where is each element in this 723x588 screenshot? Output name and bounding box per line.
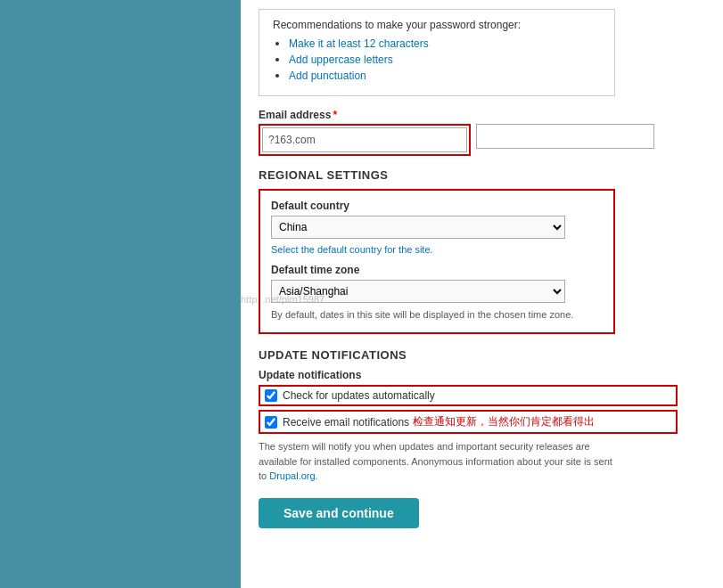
extra-text: 检查通知更新，当然你们肯定都看得出 — [413, 414, 595, 429]
email-label: Email address* — [259, 109, 705, 121]
check-auto-label: Check for updates automatically — [283, 389, 435, 402]
timezone-help: By default, dates in this site will be d… — [271, 308, 603, 322]
save-button[interactable]: Save and continue — [259, 498, 419, 528]
notification-desc: The system will notify you when updates … — [259, 439, 615, 484]
email-input[interactable] — [262, 127, 467, 152]
receive-email-row: Receive email notifications 检查通知更新，当然你们肯… — [259, 410, 678, 434]
regional-box: Default country China Select the default… — [259, 189, 615, 334]
email-row — [259, 124, 705, 156]
check-auto-checkbox[interactable] — [265, 389, 277, 402]
country-label: Default country — [271, 200, 603, 212]
regional-section-title: REGIONAL SETTINGS — [259, 168, 705, 182]
rec-link-1[interactable]: Make it at least 12 characters — [289, 37, 429, 50]
content-area: Recommendations to make your password st… — [241, 0, 723, 588]
timezone-select[interactable]: Asia/Shanghai — [271, 280, 565, 303]
recommendations-list: Make it at least 12 characters Add upper… — [273, 37, 601, 82]
email-input-wrapper — [259, 124, 471, 156]
country-select[interactable]: China — [271, 216, 565, 239]
rec-item-1: Make it at least 12 characters — [289, 37, 601, 50]
receive-email-label: Receive email notifications — [283, 416, 409, 429]
drupal-link[interactable]: Drupal.org — [269, 470, 315, 481]
sidebar — [0, 0, 241, 588]
recommendations-box: Recommendations to make your password st… — [259, 9, 615, 96]
rec-item-2: Add uppercase letters — [289, 53, 601, 66]
email-confirm-input[interactable] — [476, 124, 654, 149]
country-help: Select the default country for the site. — [271, 244, 603, 255]
update-box: Update notifications Check for updates a… — [259, 369, 705, 484]
check-auto-row: Check for updates automatically — [259, 385, 678, 406]
timezone-label: Default time zone — [271, 264, 603, 276]
rec-link-2[interactable]: Add uppercase letters — [289, 53, 393, 66]
update-section-title: UPDATE NOTIFICATIONS — [259, 348, 705, 362]
update-group-label: Update notifications — [259, 369, 705, 381]
rec-item-3: Add punctuation — [289, 69, 601, 82]
rec-link-3[interactable]: Add punctuation — [289, 69, 366, 82]
receive-email-checkbox[interactable] — [265, 416, 277, 429]
email-section: Email address* — [259, 109, 705, 156]
rec-title: Recommendations to make your password st… — [273, 19, 601, 31]
